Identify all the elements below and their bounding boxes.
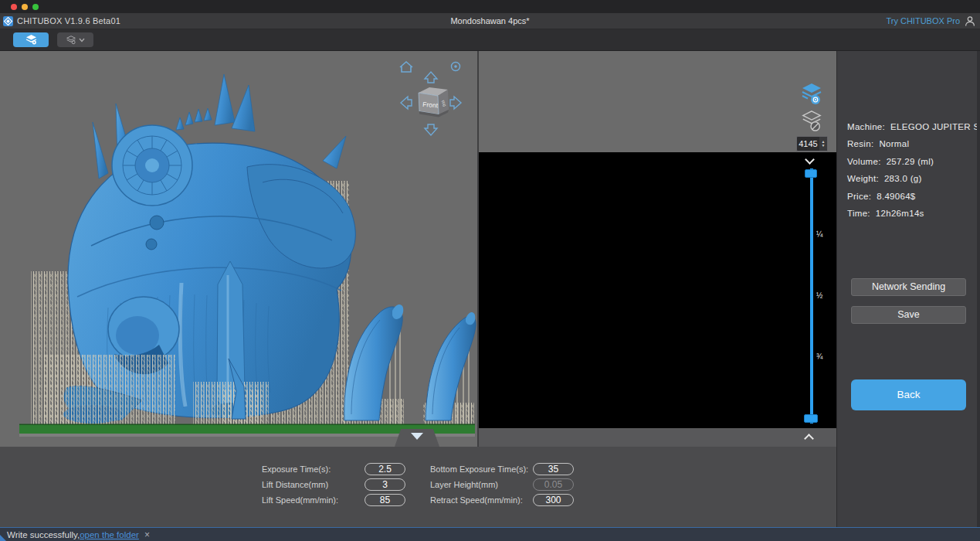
slice-settings-icon xyxy=(66,36,76,45)
layer-range-slider-track[interactable] xyxy=(810,168,813,424)
layer-range-top-handle[interactable] xyxy=(805,169,817,178)
lift-speed-label: Lift Speed(mm/min): xyxy=(262,495,338,505)
weight-row: Weight: 283.0 (g) xyxy=(847,174,922,183)
navigation-cube[interactable]: Front Rig xyxy=(419,87,449,117)
exposure-time-input[interactable] xyxy=(365,463,405,475)
weight-label: Weight: xyxy=(847,174,879,183)
time-label: Time: xyxy=(847,209,870,218)
print-info-panel: Machine: ELEGOO JUPITER SE Resin: Normal… xyxy=(836,51,980,527)
slider-mark-half: ½ xyxy=(816,291,822,300)
cube-front-label: Front xyxy=(422,100,439,109)
slider-mark-quarter: ¼ xyxy=(816,230,822,239)
account-icon[interactable] xyxy=(965,15,975,27)
weight-value: 283.0 (g) xyxy=(884,174,922,183)
machine-label: Machine: xyxy=(847,122,885,131)
lift-distance-input[interactable] xyxy=(365,478,405,491)
slice-options-button[interactable] xyxy=(57,32,93,47)
volume-value: 257.29 (ml) xyxy=(887,157,934,166)
time-row: Time: 12h26m14s xyxy=(847,209,924,218)
machine-value: ELEGOO JUPITER SE xyxy=(890,122,980,131)
machine-row: Machine: ELEGOO JUPITER SE xyxy=(847,122,980,131)
layer-step-up-icon[interactable] xyxy=(804,434,814,444)
lift-speed-input[interactable] xyxy=(365,494,405,506)
layer-height-input xyxy=(533,478,574,491)
slice-icon xyxy=(25,35,38,45)
show-layers-icon[interactable] xyxy=(800,82,823,105)
slice-button[interactable] xyxy=(13,32,49,47)
network-sending-button[interactable]: Network Sending xyxy=(851,278,966,296)
time-value: 12h26m14s xyxy=(876,209,924,218)
save-button[interactable]: Save xyxy=(851,306,966,324)
collapse-settings-icon xyxy=(411,433,423,440)
home-view-icon[interactable] xyxy=(400,62,412,72)
spinner-down-icon[interactable]: ▼ xyxy=(822,144,826,148)
hide-layers-icon[interactable] xyxy=(801,110,822,131)
minimize-window-button[interactable] xyxy=(22,4,28,10)
slider-mark-three-quarter: ¾ xyxy=(816,352,822,361)
macos-titlebar xyxy=(0,0,980,13)
resin-label: Resin: xyxy=(847,139,873,148)
back-button[interactable]: Back xyxy=(851,379,966,410)
status-bar: Write successfully,open the folder× xyxy=(0,527,980,541)
layer-preview-canvas[interactable] xyxy=(479,152,836,428)
rotate-down-arrow[interactable] xyxy=(425,124,437,135)
bottom-exposure-time-label: Bottom Exposure Time(s): xyxy=(430,464,528,474)
slider-bottom-strip xyxy=(479,428,836,447)
layer-range-bottom-handle[interactable] xyxy=(804,414,818,423)
slice-toolbar xyxy=(0,29,980,51)
panel-scrollbar[interactable] xyxy=(977,51,980,527)
resin-value: Normal xyxy=(879,139,909,148)
price-label: Price: xyxy=(847,192,871,201)
volume-row: Volume: 257.29 (ml) xyxy=(847,157,934,166)
chevron-down-icon xyxy=(79,38,85,43)
rotate-right-arrow[interactable] xyxy=(450,97,461,109)
price-row: Price: 8.49064$ xyxy=(847,192,916,201)
lift-distance-label: Lift Distance(mm) xyxy=(262,480,328,489)
rotate-up-arrow[interactable] xyxy=(425,72,437,83)
rotate-left-arrow[interactable] xyxy=(401,97,412,109)
perspective-toggle-icon[interactable] xyxy=(452,63,460,71)
document-title: Mondoshawan 4pcs* xyxy=(0,16,980,26)
try-pro-link[interactable]: Try CHITUBOX Pro xyxy=(886,16,960,26)
resize-grip-icon xyxy=(0,535,6,541)
app-titlebar: CHITUBOX V1.9.6 Beta01 Mondoshawan 4pcs*… xyxy=(0,13,980,29)
exposure-time-label: Exposure Time(s): xyxy=(262,464,331,474)
model-viewport[interactable]: Front Rig xyxy=(0,51,477,447)
layer-height-label: Layer Height(mm) xyxy=(430,480,498,489)
retract-speed-input[interactable] xyxy=(533,494,574,506)
chitubox-window: CHITUBOX V1.9.6 Beta01 Mondoshawan 4pcs*… xyxy=(0,0,980,541)
layer-preview-area: 4145 ▲ ▼ ¼ ½ ¾ xyxy=(479,51,836,447)
bottom-exposure-time-input[interactable] xyxy=(533,463,574,475)
open-folder-link[interactable]: open the folder xyxy=(80,530,139,539)
zoom-window-button[interactable] xyxy=(32,4,39,10)
print-settings-panel: Exposure Time(s): Bottom Exposure Time(s… xyxy=(0,447,836,527)
price-value: 8.49064$ xyxy=(877,192,915,201)
status-message: Write successfully, xyxy=(7,530,80,539)
layer-number-value[interactable]: 4145 xyxy=(797,137,819,151)
dismiss-status-icon[interactable]: × xyxy=(144,529,150,540)
close-window-button[interactable] xyxy=(11,4,17,10)
layer-number-spinner[interactable]: 4145 ▲ ▼ xyxy=(796,136,828,151)
volume-label: Volume: xyxy=(847,157,881,166)
retract-speed-label: Retract Speed(mm/min): xyxy=(430,495,523,505)
resin-row: Resin: Normal xyxy=(847,139,909,148)
bottom-panel-toggle[interactable] xyxy=(395,429,439,447)
view-navigation-overlay: Front Rig xyxy=(390,60,476,147)
